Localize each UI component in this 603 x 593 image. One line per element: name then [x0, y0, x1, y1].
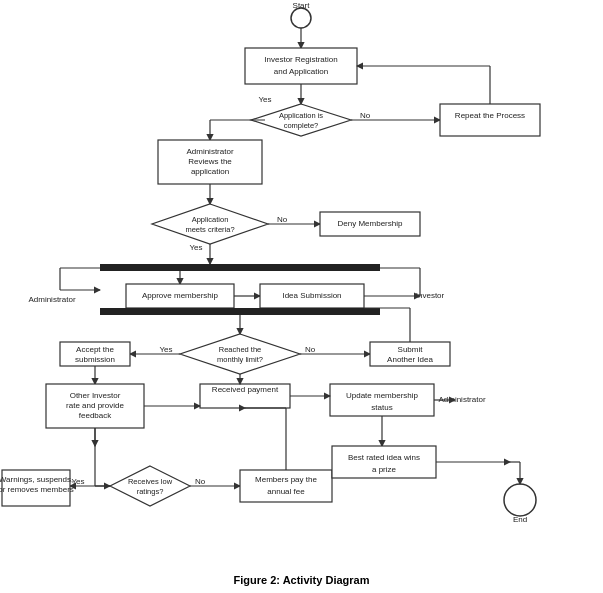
accept-text2: submission: [75, 355, 115, 364]
repeat-text1: Repeat the Process: [455, 111, 525, 120]
idea-submission-text: Idea Submission: [282, 291, 341, 300]
investor-reg-text2: and Application: [274, 67, 328, 76]
receives-low-text2: ratings?: [137, 487, 164, 496]
end-label: End: [513, 515, 527, 524]
app-criteria-text1: Application: [192, 215, 229, 224]
administrator1-label: Administrator: [28, 295, 75, 304]
app-complete-text2: complete?: [284, 121, 319, 130]
end-circle-outer: [504, 484, 536, 516]
admin-reviews-text1: Administrator: [186, 147, 233, 156]
warnings-text1: Warnings, suspends,: [0, 475, 73, 484]
update-membership-text2: status: [371, 403, 392, 412]
app-complete-text1: Application is: [279, 111, 323, 120]
update-membership-text1: Update membership: [346, 391, 419, 400]
no1-label: No: [360, 111, 371, 120]
start-circle: [291, 8, 311, 28]
figure-caption: Figure 2: Activity Diagram: [234, 574, 370, 586]
no3-label: No: [305, 345, 316, 354]
investor-reg-box: [245, 48, 357, 84]
other-investor-text1: Other Investor: [70, 391, 121, 400]
receives-low-text1: Receives low: [128, 477, 173, 486]
approve-text: Approve membership: [142, 291, 219, 300]
start-label: Start: [293, 1, 311, 10]
app-criteria-text2: meets criteria?: [185, 225, 234, 234]
other-investor-text3: feedback: [79, 411, 112, 420]
deny-text: Deny Membership: [338, 219, 403, 228]
monthly-text2: monthly limit?: [217, 355, 263, 364]
diagram-container: Start Investor Registration and Applicat…: [0, 0, 603, 570]
sync-bar-top: [100, 264, 380, 271]
sync-bar-bottom: [100, 308, 380, 315]
accept-text1: Accept the: [76, 345, 114, 354]
monthly-text1: Reached the: [219, 345, 262, 354]
best-rated-text2: a prize: [372, 465, 397, 474]
submit-another-text2: Another Idea: [387, 355, 433, 364]
submit-another-text1: Submit: [398, 345, 424, 354]
warnings-text2: or removes members: [0, 485, 74, 494]
best-rated-text1: Best rated idea wins: [348, 453, 420, 462]
members-pay-text2: annual fee: [267, 487, 305, 496]
admin-reviews-text2: Reviews the: [188, 157, 232, 166]
yes3-label: Yes: [159, 345, 172, 354]
yes2-label: Yes: [189, 243, 202, 252]
investor-reg-text1: Investor Registration: [264, 55, 337, 64]
no2-label: No: [277, 215, 288, 224]
no4-label: No: [195, 477, 206, 486]
other-investor-text2: rate and provide: [66, 401, 124, 410]
members-pay-text1: Members pay the: [255, 475, 317, 484]
yes1-label: Yes: [258, 95, 271, 104]
received-payment-text1: Received payment: [212, 385, 279, 394]
admin-reviews-text3: application: [191, 167, 229, 176]
